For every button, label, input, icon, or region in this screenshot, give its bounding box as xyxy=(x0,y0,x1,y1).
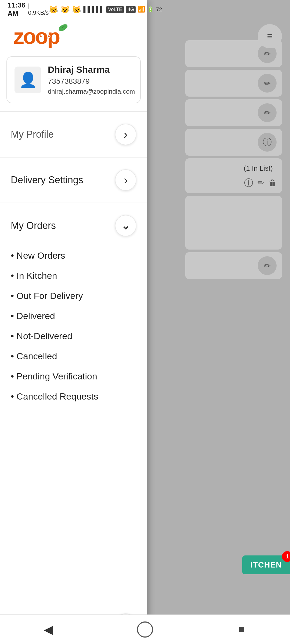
avatar-icon: 👤 xyxy=(19,71,37,88)
divider-2 xyxy=(0,157,147,158)
order-subitems-list: • New Orders • In Kitchen • Out For Deli… xyxy=(0,246,147,412)
zoop-logo: zoop xyxy=(11,21,75,48)
not-delivered-label: • Not-Delivered xyxy=(11,331,72,341)
pencil-circle-2 xyxy=(258,74,277,93)
kitchen-badge-label: ITCHEN xyxy=(250,560,282,569)
action-icons xyxy=(244,177,277,189)
in-list-badge: (1 In List) xyxy=(240,163,277,174)
user-profile-card: 👤 Dhiraj Sharma 7357383879 dhiraj.sharma… xyxy=(6,56,141,103)
avatar: 👤 xyxy=(15,67,41,93)
info-icon-1 xyxy=(263,136,272,148)
battery-icon: 🔋 xyxy=(147,6,154,13)
pencil-icon-2 xyxy=(264,79,271,88)
right-card-3 xyxy=(185,99,282,126)
svg-text:zoop: zoop xyxy=(13,24,60,48)
user-info: Dhiraj Sharma 7357383879 dhiraj.sharma@z… xyxy=(48,64,135,95)
kitchen-badge-container: ITCHEN 1 xyxy=(242,590,290,609)
right-card-2 xyxy=(185,70,282,97)
order-sub-cancelled-requests[interactable]: • Cancelled Requests xyxy=(11,386,136,407)
pencil-icon-1 xyxy=(264,49,271,58)
nav-back-icon xyxy=(44,623,53,636)
info-circle-1 xyxy=(258,133,277,152)
right-panel: (1 In List) xyxy=(183,38,285,282)
trash-icon-1 xyxy=(269,178,277,188)
pencil-icon-5 xyxy=(264,261,271,270)
my-orders-item[interactable]: My Orders xyxy=(0,206,147,246)
4g-badge: 4G xyxy=(126,6,136,13)
status-right: 😺 😺 😺 ▌▌▌▌▌ VoLTE 4G 📶 🔋 72 xyxy=(49,5,162,14)
emoji-cat-1: 😺 xyxy=(49,5,58,14)
right-card-7 xyxy=(185,252,282,279)
info-icon-2 xyxy=(244,177,253,189)
order-sub-in-kitchen[interactable]: • In Kitchen xyxy=(11,266,136,286)
order-sub-delivered[interactable]: • Delivered xyxy=(11,306,136,326)
side-drawer: 11:36 AM | 0.9KB/s 😺 😺 😺 ▌▌▌▌▌ VoLTE 4G … xyxy=(0,0,147,644)
in-kitchen-label: • In Kitchen xyxy=(11,270,57,281)
nav-recents-button[interactable] xyxy=(231,619,252,640)
my-profile-item[interactable]: My Profile xyxy=(0,115,147,154)
battery-level: 72 xyxy=(156,6,162,13)
delivery-settings-item[interactable]: Delivery Settings xyxy=(0,160,147,200)
my-orders-chevron[interactable] xyxy=(115,215,136,236)
pencil-circle-5 xyxy=(258,256,277,275)
pencil-circle-3 xyxy=(258,103,277,122)
nav-home-button[interactable] xyxy=(134,619,156,640)
right-card-6 xyxy=(185,196,282,250)
filter-button-area xyxy=(258,24,282,48)
right-card-5: (1 In List) xyxy=(185,158,282,193)
status-speed: | 0.9KB/s xyxy=(28,2,49,16)
svg-point-4 xyxy=(40,35,42,37)
my-profile-label: My Profile xyxy=(11,129,54,140)
pencil-icon-4 xyxy=(258,178,264,188)
my-orders-label: My Orders xyxy=(11,220,56,231)
chevron-down-icon-orders xyxy=(121,220,130,231)
delivery-settings-chevron[interactable] xyxy=(115,169,136,191)
navigation-bar xyxy=(0,614,290,644)
user-name: Dhiraj Sharma xyxy=(48,64,135,75)
new-orders-label: • New Orders xyxy=(11,250,65,261)
my-profile-chevron[interactable] xyxy=(115,124,136,145)
filter-icon xyxy=(267,31,273,42)
wifi-icon: 📶 xyxy=(138,6,145,13)
divider-1 xyxy=(0,111,147,112)
user-phone: 7357383879 xyxy=(48,77,135,86)
notification-badge: 1 xyxy=(282,551,290,562)
nav-square-icon xyxy=(239,624,245,635)
cancelled-label: • Cancelled xyxy=(11,351,57,361)
filter-circle[interactable] xyxy=(258,24,282,48)
order-sub-out-for-delivery[interactable]: • Out For Delivery xyxy=(11,286,136,306)
nav-home-icon xyxy=(137,621,153,638)
divider-3 xyxy=(0,203,147,203)
chevron-right-icon-delivery xyxy=(124,174,128,186)
delivered-label: • Delivered xyxy=(11,311,55,321)
user-email: dhiraj.sharma@zoopindia.com xyxy=(48,88,135,95)
pending-verification-label: • Pending Verification xyxy=(11,371,97,381)
emoji-cat-2: 😺 xyxy=(60,5,70,14)
nav-back-button[interactable] xyxy=(38,619,59,640)
chevron-right-icon-profile xyxy=(124,129,128,140)
order-sub-cancelled[interactable]: • Cancelled xyxy=(11,346,136,366)
kitchen-badge[interactable]: ITCHEN 1 xyxy=(242,555,290,574)
status-time: 11:36 AM xyxy=(8,1,26,18)
out-for-delivery-label: • Out For Delivery xyxy=(11,291,83,301)
delivery-settings-label: Delivery Settings xyxy=(11,174,83,186)
order-sub-pending-verification[interactable]: • Pending Verification xyxy=(11,366,136,386)
volte-badge: VoLTE xyxy=(106,6,124,13)
emoji-cat-3: 😺 xyxy=(72,5,81,14)
right-card-4 xyxy=(185,129,282,156)
svg-point-6 xyxy=(48,35,50,37)
cancelled-requests-label: • Cancelled Requests xyxy=(11,391,98,401)
signal-bars: ▌▌▌▌▌ xyxy=(84,6,104,13)
pencil-icon-3 xyxy=(264,108,271,118)
status-bar: 11:36 AM | 0.9KB/s 😺 😺 😺 ▌▌▌▌▌ VoLTE 4G … xyxy=(0,0,145,19)
order-sub-not-delivered[interactable]: • Not-Delivered xyxy=(11,326,136,346)
order-sub-new-orders[interactable]: • New Orders xyxy=(11,246,136,266)
